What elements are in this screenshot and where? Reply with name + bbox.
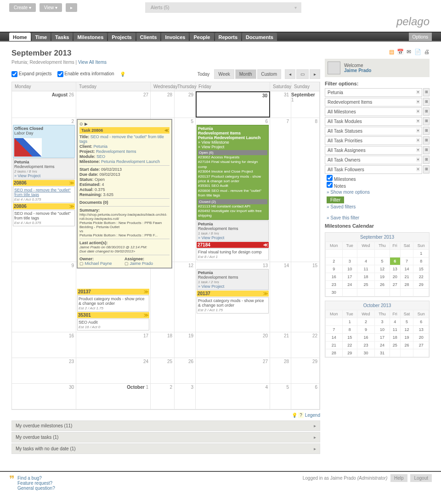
- task-20137-header-fri[interactable]: 20137: [197, 291, 269, 297]
- extra-info-checkbox[interactable]: Enable extra information: [57, 71, 114, 77]
- show-more-link[interactable]: » Show more options: [327, 190, 430, 195]
- filter-ext-8[interactable]: ⊞: [423, 165, 430, 174]
- mini-cal-sept[interactable]: September 2013 MonTueWedThuFriSatSun 1 2…: [325, 232, 430, 297]
- nav-reports[interactable]: Reports: [215, 33, 242, 41]
- custom-button[interactable]: Custom: [257, 69, 281, 79]
- view-button[interactable]: View ▾: [40, 3, 62, 12]
- task-20806-header[interactable]: 20806: [13, 180, 75, 186]
- task-35301-header[interactable]: 35301: [77, 312, 149, 318]
- week-button[interactable]: Week: [214, 69, 234, 79]
- filter-select-2[interactable]: All Milestones: [325, 107, 422, 116]
- page-title: September 2013: [11, 49, 320, 58]
- milestone-card-fri6[interactable]: Petunia Redevelopment Items Petunia Rede…: [197, 125, 269, 220]
- notes-checkbox[interactable]: Notes: [327, 184, 346, 189]
- nav-invoices[interactable]: Invoices: [161, 33, 189, 41]
- nav-clients[interactable]: Clients: [136, 33, 161, 41]
- nav-projects[interactable]: Projects: [108, 33, 135, 41]
- filter-ext-7[interactable]: ⊞: [423, 156, 430, 164]
- offices-closed-card[interactable]: Offices ClosedLabor Day: [13, 125, 75, 158]
- legend-link[interactable]: Legend: [305, 413, 320, 418]
- filter-ext-4[interactable]: ⊞: [423, 127, 430, 135]
- filter-select-0[interactable]: Petunia: [325, 88, 422, 97]
- filter-select-5[interactable]: All Task Priorities: [325, 136, 422, 145]
- create-button[interactable]: Create ▾: [9, 3, 36, 12]
- main-nav: Home Time Tasks Milestones Projects Clie…: [0, 32, 441, 42]
- user-box: WelcomeJaime Prado: [325, 59, 430, 77]
- filter-select-3[interactable]: All Task Modules: [325, 117, 422, 126]
- nav-home[interactable]: Home: [9, 33, 31, 41]
- toggle-button[interactable]: ▸: [66, 3, 77, 12]
- filter-select-4[interactable]: All Task Statuses: [325, 127, 422, 135]
- filter-select-6[interactable]: All Task Assignees: [325, 146, 422, 155]
- nav-tasks[interactable]: Tasks: [51, 33, 73, 41]
- next-button[interactable]: ▸: [310, 69, 320, 79]
- calendar: MondayTuesdayWednesdayThursdayFridaySatu…: [11, 82, 320, 410]
- petunia-card-fri13[interactable]: Petunia Redevelopment Items 1 task / 2 h…: [197, 269, 269, 290]
- logout-button[interactable]: Logout: [410, 474, 432, 482]
- breadcrumb: Petunia; Redevelopment Items | View All …: [11, 60, 320, 65]
- accordion-overdue-milestones[interactable]: My overdue milestones (11): [11, 420, 320, 431]
- milestones-checkbox[interactable]: Milestones: [327, 177, 356, 182]
- quote-icon: ❞: [9, 476, 15, 491]
- month-button[interactable]: Month: [235, 69, 256, 79]
- feature-link[interactable]: Feature request?: [17, 481, 52, 486]
- general-link[interactable]: General question?: [17, 486, 55, 491]
- task-20137-header[interactable]: 20137: [77, 289, 149, 295]
- filter-select-7[interactable]: All Task Owners: [325, 156, 422, 164]
- print-icon[interactable]: 🖨: [424, 49, 430, 55]
- filter-select-1[interactable]: Redevelopment Items: [325, 98, 422, 106]
- filter-ext-5[interactable]: ⊞: [423, 136, 430, 145]
- save-filter-link[interactable]: » Save this filter: [327, 215, 430, 220]
- today-button[interactable]: Today: [194, 70, 214, 78]
- filter-select-8[interactable]: All Task Followers: [325, 165, 422, 174]
- nav-documents[interactable]: Documents: [242, 33, 277, 41]
- task-20806-card[interactable]: SEO mod - remove the "outlet" from title…: [13, 186, 75, 203]
- petunia-card-mon[interactable]: Petunia Redevelopment Items 2 tasks / 8 …: [13, 158, 75, 179]
- mini-cal-oct[interactable]: October 2013 MonTueWedThuFriSatSun 12345…: [325, 301, 430, 358]
- accordion-no-due-date[interactable]: My tasks with no due date (1): [11, 443, 320, 454]
- options-button[interactable]: Options: [409, 33, 432, 41]
- logo: pelago: [396, 15, 430, 28]
- pdf-icon[interactable]: 📄: [414, 49, 421, 55]
- view-all-link[interactable]: View All Items: [78, 60, 107, 65]
- task-20806-card-2[interactable]: SEO mod - remove the "outlet" from title…: [13, 210, 75, 226]
- bug-link[interactable]: Find a bug?: [17, 476, 42, 481]
- mail-icon[interactable]: ✉: [407, 49, 411, 55]
- rss-icon[interactable]: ▤: [389, 49, 394, 55]
- expand-projects-checkbox[interactable]: Expand projects: [11, 71, 52, 77]
- calendar-icon[interactable]: 📅: [397, 49, 404, 55]
- saved-filters-link[interactable]: » Saved filters: [327, 204, 430, 209]
- filter-ext-0[interactable]: ⊞: [423, 88, 430, 96]
- help-button[interactable]: Help: [390, 474, 407, 482]
- filter-ext-2[interactable]: ⊞: [423, 107, 430, 116]
- avatar: [328, 62, 340, 74]
- accordion-overdue-tasks[interactable]: My overdue tasks (1): [11, 432, 320, 442]
- nav-time[interactable]: Time: [32, 33, 51, 41]
- filter-ext-6[interactable]: ⊞: [423, 146, 430, 154]
- task-detail-popover: ⊙ ▶ Task 20806 Title: SEO mod - remove t…: [77, 119, 172, 269]
- prev-button[interactable]: ◂: [285, 69, 295, 79]
- filter-button[interactable]: Filter: [327, 196, 344, 203]
- task-27184-card[interactable]: Final visual tuning for design comp Est …: [197, 248, 269, 260]
- nav-people[interactable]: People: [190, 33, 214, 41]
- lightbulb-icon[interactable]: 💡: [120, 72, 125, 77]
- alerts-dropdown[interactable]: Alerts (5): [145, 2, 301, 13]
- filter-ext-1[interactable]: ⊞: [423, 98, 430, 106]
- today-icon-button[interactable]: ▭: [296, 69, 309, 79]
- task-27184-header[interactable]: 27184: [197, 242, 269, 248]
- user-link[interactable]: Jaime Prado: [344, 68, 371, 73]
- filter-ext-3[interactable]: ⊞: [423, 117, 430, 125]
- nav-milestones[interactable]: Milestones: [74, 33, 107, 41]
- task-20806-header-2[interactable]: 20806: [13, 203, 75, 209]
- petunia-card-fri6[interactable]: Petunia Redevelopment Items 1 task / 8 h…: [197, 220, 269, 241]
